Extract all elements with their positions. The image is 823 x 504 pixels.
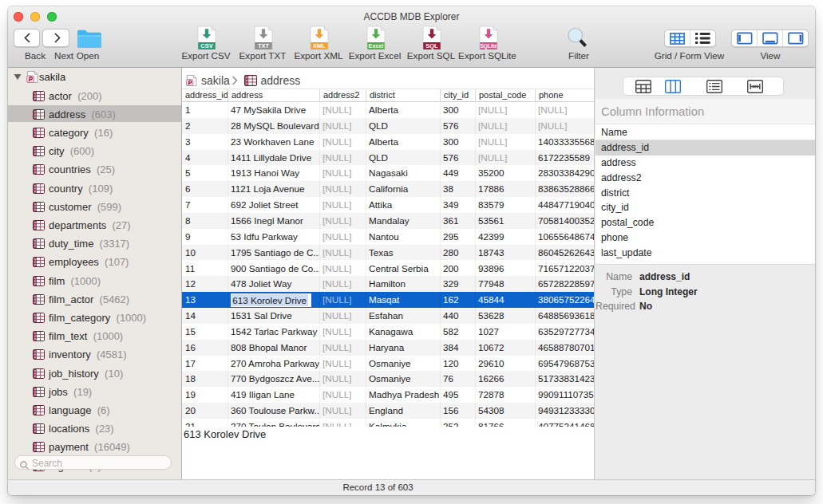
svg-text:Excel: Excel (368, 42, 383, 49)
svg-text:XML: XML (313, 42, 326, 49)
svg-text:TXT: TXT (258, 42, 270, 49)
svg-text:CSV: CSV (200, 42, 212, 49)
svg-text:SQL: SQL (425, 42, 438, 49)
svg-text:SQLite: SQLite (480, 43, 497, 49)
